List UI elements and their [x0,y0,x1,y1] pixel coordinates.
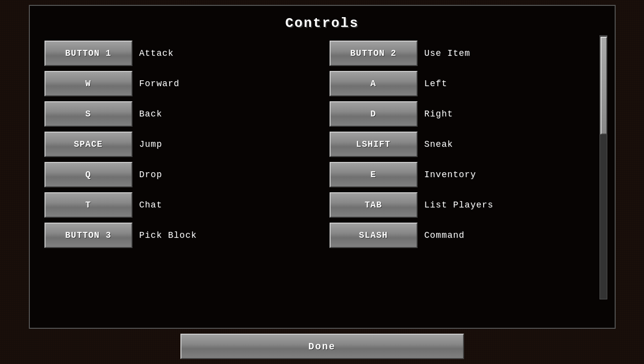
control-row: QDrop [44,162,315,187]
action-label-left-2: Back [139,109,218,119]
control-row: WForward [44,71,315,96]
key-button-right-1[interactable]: A [330,71,418,96]
control-row: ALeft [330,71,600,96]
control-row: Button 2Use Item [330,41,600,66]
page-title: Controls [285,16,358,31]
control-row: SBack [44,101,315,127]
action-label-right-2: Right [424,109,503,119]
control-row: LSHIFTSneak [330,132,600,157]
scrollbar-thumb[interactable] [600,37,607,135]
scrollbar-track[interactable] [600,35,607,299]
bottom-area: Done [29,329,616,364]
left-column: Button 1AttackWForwardSBackSPACEJumpQDro… [44,41,315,318]
action-label-right-3: Sneak [424,139,503,149]
control-row: SPACEJump [44,132,315,157]
action-label-left-0: Attack [139,48,218,58]
control-row: Button 1Attack [44,41,315,66]
control-row: SLASHCommand [330,223,600,248]
action-label-right-0: Use Item [424,48,503,58]
key-button-left-6[interactable]: Button 3 [44,223,133,248]
key-button-left-4[interactable]: Q [44,162,133,187]
action-label-left-4: Drop [139,170,218,180]
action-label-right-4: Inventory [424,170,503,180]
action-label-left-6: Pick Block [139,230,218,240]
controls-columns: Button 1AttackWForwardSBackSPACEJumpQDro… [44,41,600,318]
key-button-right-4[interactable]: E [330,162,418,187]
control-row: TChat [44,192,315,218]
action-label-right-1: Left [424,79,503,89]
control-row: TABList Players [330,192,600,218]
key-button-right-5[interactable]: TAB [330,192,418,218]
key-button-left-5[interactable]: T [44,192,133,218]
right-column: Button 2Use ItemALeftDRightLSHIFTSneakEI… [330,41,600,318]
control-row: EInventory [330,162,600,187]
key-button-left-1[interactable]: W [44,71,133,96]
done-button[interactable]: Done [180,334,464,359]
key-button-right-0[interactable]: Button 2 [330,41,418,66]
key-button-right-6[interactable]: SLASH [330,223,418,248]
key-button-left-0[interactable]: Button 1 [44,41,133,66]
key-button-right-2[interactable]: D [330,101,418,127]
controls-panel: Controls Button 1AttackWForwardSBackSPAC… [29,5,616,329]
key-button-left-3[interactable]: SPACE [44,132,133,157]
action-label-left-5: Chat [139,200,218,210]
control-row: DRight [330,101,600,127]
action-label-right-5: List Players [424,200,503,210]
action-label-left-1: Forward [139,79,218,89]
key-button-right-3[interactable]: LSHIFT [330,132,418,157]
control-row: Button 3Pick Block [44,223,315,248]
action-label-left-3: Jump [139,139,218,149]
action-label-right-6: Command [424,230,503,240]
key-button-left-2[interactable]: S [44,101,133,127]
